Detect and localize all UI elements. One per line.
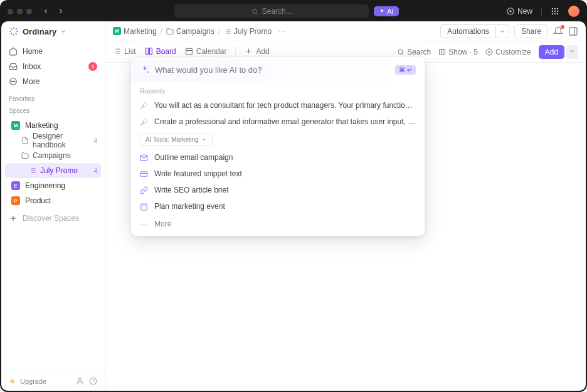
board-icon — [145, 47, 153, 55]
automations-dropdown[interactable] — [495, 24, 509, 38]
list-july-promo[interactable]: July Promo 4 — [5, 163, 101, 178]
ai-prompt-input[interactable] — [155, 65, 390, 75]
ai-item-text: Write SEO article brief — [154, 186, 228, 194]
workspace-switcher[interactable]: Ordinary — [1, 21, 105, 41]
forward-button[interactable] — [55, 5, 67, 18]
apps-icon[interactable] — [551, 7, 559, 16]
window-controls — [8, 9, 32, 14]
space-badge: P — [11, 196, 20, 205]
space-marketing[interactable]: M Marketing — [5, 118, 101, 133]
svg-point-5 — [552, 8, 553, 9]
sparkle-icon — [379, 8, 385, 14]
tab-label: List — [124, 47, 136, 56]
nav-inbox[interactable]: Inbox 9 — [5, 59, 101, 74]
back-button[interactable] — [40, 5, 52, 18]
tab-label: Board — [156, 47, 176, 56]
space-product[interactable]: P Product — [5, 193, 101, 208]
ai-more-button[interactable]: More — [131, 215, 425, 236]
automations-button[interactable]: Automations — [440, 24, 495, 38]
svg-line-1 — [256, 13, 257, 14]
inbox-icon — [9, 62, 18, 71]
tree-label: Campaigns — [33, 151, 71, 160]
ai-label: AI — [387, 8, 393, 15]
space-name: Engineering — [25, 181, 65, 190]
tab-label: Add — [256, 47, 269, 56]
svg-point-15 — [11, 81, 12, 82]
more-horizontal-icon — [140, 220, 148, 228]
minimize-window[interactable] — [17, 9, 23, 14]
maximize-window[interactable] — [26, 9, 32, 14]
new-button[interactable]: New — [506, 7, 532, 16]
upgrade-link[interactable]: Upgrade — [20, 378, 46, 385]
notifications-button[interactable] — [553, 26, 563, 36]
breadcrumb-folder[interactable]: Campaigns — [166, 27, 214, 36]
plus-icon — [9, 214, 18, 223]
more-options-icon[interactable] — [278, 27, 287, 36]
svg-rect-45 — [149, 48, 152, 55]
ai-tool-item[interactable]: Write SEO article brief — [131, 182, 425, 198]
space-badge: E — [11, 181, 20, 190]
workspace-name: Ordinary — [23, 27, 56, 36]
ai-button[interactable]: AI — [374, 6, 398, 16]
nav-more[interactable]: More — [5, 74, 101, 89]
close-window[interactable] — [8, 9, 13, 14]
keyboard-shortcut-badge: ⌘ ↵ — [395, 65, 416, 75]
list-icon — [113, 47, 121, 55]
svg-point-66 — [144, 223, 145, 225]
workspace-logo-icon — [9, 26, 19, 36]
svg-point-12 — [554, 13, 556, 14]
space-engineering[interactable]: E Engineering — [5, 178, 101, 193]
columns-icon — [438, 48, 446, 56]
chevron-down-icon — [569, 48, 575, 54]
ai-tool-item[interactable]: Outline email campaign — [131, 149, 425, 166]
home-icon — [9, 47, 18, 56]
folder-icon — [166, 28, 174, 35]
ai-tools-selector[interactable]: AI Tools: Marketing — [140, 134, 213, 146]
ai-tool-item[interactable]: Write featured snippet text — [131, 166, 425, 182]
more-horizontal-icon — [9, 77, 18, 86]
space-badge: M — [113, 27, 121, 35]
sidebar: Ordinary Home Inbox 9 More — [1, 21, 105, 391]
show-button[interactable]: Show · 5 — [438, 48, 478, 56]
ai-tool-item[interactable]: Plan marketing event — [131, 198, 425, 215]
spaces-label: Spaces — [1, 103, 105, 115]
ai-recent-item[interactable]: You will act as a consultant for tech pr… — [131, 97, 425, 114]
breadcrumb-separator: / — [218, 27, 220, 36]
user-avatar[interactable] — [568, 6, 579, 17]
svg-rect-36 — [569, 28, 577, 35]
global-search[interactable]: Search... — [174, 4, 369, 18]
nav-label: Home — [23, 47, 43, 56]
ai-item-text: Create a professional and informative em… — [154, 117, 416, 126]
breadcrumb-list[interactable]: July Promo — [224, 27, 272, 36]
search-view-button[interactable]: Search — [397, 48, 431, 56]
svg-point-34 — [282, 31, 283, 32]
breadcrumb-label: July Promo — [234, 27, 272, 36]
calendar-icon — [140, 203, 148, 211]
folder-campaigns[interactable]: Campaigns — [5, 148, 101, 163]
recents-label: Recents — [131, 82, 425, 97]
mail-icon — [140, 154, 148, 162]
svg-point-17 — [14, 81, 15, 82]
ai-panel: ⌘ ↵ Recents You will act as a consultant… — [130, 56, 425, 236]
folder-designer-handbook[interactable]: Designer handbook 4 — [5, 133, 101, 148]
chevron-down-icon — [499, 28, 505, 34]
user-icon[interactable] — [76, 377, 84, 385]
svg-point-11 — [552, 13, 553, 14]
panel-toggle-icon[interactable] — [568, 26, 578, 36]
search-icon — [251, 8, 258, 15]
help-icon[interactable] — [89, 377, 97, 385]
ai-recent-item[interactable]: Create a professional and informative em… — [131, 114, 425, 130]
tree-label: Designer handbook — [33, 132, 90, 149]
add-task-button[interactable]: Add — [539, 45, 564, 59]
customize-button[interactable]: Customize — [485, 48, 531, 56]
svg-point-52 — [398, 50, 403, 54]
svg-point-10 — [557, 11, 558, 12]
share-button[interactable]: Share — [514, 24, 548, 38]
discover-spaces[interactable]: Discover Spaces — [5, 211, 101, 226]
space-badge: M — [11, 121, 20, 130]
svg-point-13 — [557, 13, 558, 14]
add-task-dropdown[interactable] — [566, 45, 578, 59]
nav-home[interactable]: Home — [5, 44, 101, 59]
breadcrumb-space[interactable]: M Marketing — [113, 27, 157, 36]
svg-point-16 — [13, 81, 13, 82]
